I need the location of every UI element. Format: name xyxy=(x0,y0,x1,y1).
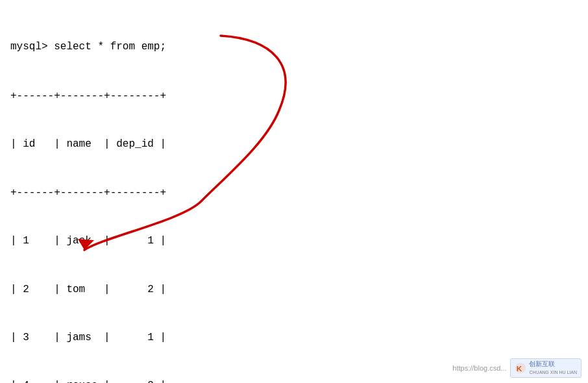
table1-row-2: | 2 | tom | 2 | xyxy=(10,282,578,298)
table1-row-1: | 1 | jack | 1 | xyxy=(10,233,578,249)
watermark-logo: K 创新互联 CHUANG XIN HU LIAN xyxy=(510,358,582,378)
svg-text:K: K xyxy=(517,364,522,373)
terminal-output: mysql> select * from emp; +------+------… xyxy=(0,0,588,383)
watermark-logo-icon: K xyxy=(515,362,526,374)
watermark: https://blog.csd... K 创新互联 CHUANG XIN HU… xyxy=(452,358,582,378)
table1-row-4: | 4 | rouse | 3 | xyxy=(10,378,578,383)
command-1: mysql> select * from emp; xyxy=(10,39,578,55)
watermark-url: https://blog.csd... xyxy=(452,364,506,372)
table1-divider-mid: +------+-------+--------+ xyxy=(10,185,578,201)
watermark-logo-text: 创新互联 CHUANG XIN HU LIAN xyxy=(529,360,577,376)
table1-divider-top: +------+-------+--------+ xyxy=(10,88,578,105)
table1-row-3: | 3 | jams | 1 | xyxy=(10,330,578,346)
table1-header: | id | name | dep_id | xyxy=(10,136,578,153)
